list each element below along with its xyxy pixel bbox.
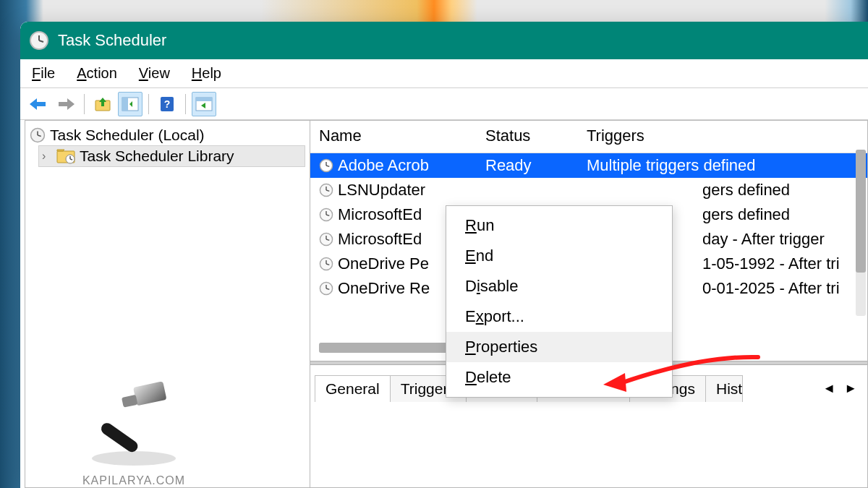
- svg-rect-24: [133, 381, 166, 406]
- tree-library-label: Task Scheduler Library: [80, 147, 234, 165]
- svg-rect-23: [99, 421, 140, 454]
- task-name: OneDrive Re: [338, 279, 430, 298]
- tab-scroll-right-icon[interactable]: ►: [844, 381, 857, 396]
- clock-icon: [319, 281, 333, 296]
- col-name[interactable]: Name: [319, 127, 485, 145]
- context-disable[interactable]: Disable: [446, 271, 672, 301]
- context-menu: Run End Disable Export... Properties Del…: [446, 205, 673, 398]
- menu-action[interactable]: Action: [77, 65, 117, 82]
- help-button[interactable]: ?: [155, 92, 179, 116]
- back-button[interactable]: [26, 92, 51, 116]
- svg-line-21: [70, 159, 72, 160]
- task-scheduler-window: Task Scheduler File Action View Help: [20, 22, 868, 488]
- menu-help[interactable]: Help: [192, 65, 221, 82]
- task-list-header[interactable]: Name Status Triggers: [310, 121, 867, 153]
- show-hide-tree-button[interactable]: [118, 92, 142, 116]
- task-name: MicrosoftEd: [338, 205, 422, 224]
- task-name: OneDrive Pe: [338, 254, 429, 273]
- task-name: MicrosoftEd: [338, 230, 422, 249]
- clock-icon: [29, 30, 58, 51]
- col-triggers[interactable]: Triggers: [587, 127, 859, 145]
- tree-root-label: Task Scheduler (Local): [50, 127, 205, 144]
- clock-icon: [319, 183, 333, 197]
- col-status[interactable]: Status: [485, 127, 587, 145]
- clock-icon: [30, 127, 46, 143]
- context-run[interactable]: Run: [446, 210, 672, 241]
- task-row[interactable]: Adobe Acrob Ready Multiple triggers defi…: [310, 153, 867, 178]
- task-name: LSNUpdater: [338, 181, 425, 200]
- clock-icon: [319, 232, 333, 247]
- up-folder-button[interactable]: [90, 92, 115, 116]
- svg-rect-13: [196, 98, 212, 101]
- svg-rect-8: [122, 98, 128, 111]
- context-end[interactable]: End: [446, 241, 672, 271]
- task-triggers: gers defined: [587, 181, 859, 200]
- task-row[interactable]: LSNUpdater gers defined: [310, 178, 867, 202]
- task-name: Adobe Acrob: [338, 156, 429, 175]
- menu-view[interactable]: View: [139, 65, 170, 82]
- svg-rect-25: [122, 395, 137, 408]
- clock-icon: [319, 207, 333, 222]
- forward-button[interactable]: [54, 92, 78, 116]
- menu-file[interactable]: File: [32, 65, 55, 82]
- chevron-right-icon[interactable]: ›: [42, 150, 52, 163]
- context-properties[interactable]: Properties: [446, 332, 672, 362]
- tab-history[interactable]: Hist: [705, 375, 743, 402]
- context-delete[interactable]: Delete: [446, 362, 672, 393]
- vertical-scrollbar[interactable]: [856, 150, 866, 316]
- tree-library[interactable]: › Task Scheduler Library: [38, 145, 305, 167]
- clock-icon: [319, 257, 333, 271]
- titlebar[interactable]: Task Scheduler: [20, 22, 868, 59]
- watermark-text: KAPILARYA.COM: [47, 474, 221, 487]
- tab-general[interactable]: General: [315, 375, 391, 402]
- window-title: Task Scheduler: [58, 31, 166, 50]
- svg-marker-3: [30, 98, 46, 110]
- tab-scroll-left-icon[interactable]: ◄: [822, 381, 835, 396]
- hammer-icon: [80, 366, 188, 467]
- svg-point-22: [92, 451, 176, 466]
- task-triggers: Multiple triggers defined: [587, 156, 859, 175]
- menubar: File Action View Help: [20, 59, 868, 88]
- folder-clock-icon: [56, 148, 75, 164]
- task-status: Ready: [485, 156, 587, 175]
- svg-text:?: ?: [164, 98, 171, 110]
- watermark: KAPILARYA.COM: [47, 366, 221, 487]
- clock-icon: [319, 158, 333, 173]
- properties-toolbar-button[interactable]: [192, 92, 216, 116]
- tree-root[interactable]: Task Scheduler (Local): [30, 125, 305, 145]
- toolbar: ?: [20, 88, 868, 120]
- svg-marker-4: [59, 98, 75, 110]
- tree-pane: Task Scheduler (Local) › Task Scheduler …: [25, 120, 310, 488]
- context-export[interactable]: Export...: [446, 301, 672, 332]
